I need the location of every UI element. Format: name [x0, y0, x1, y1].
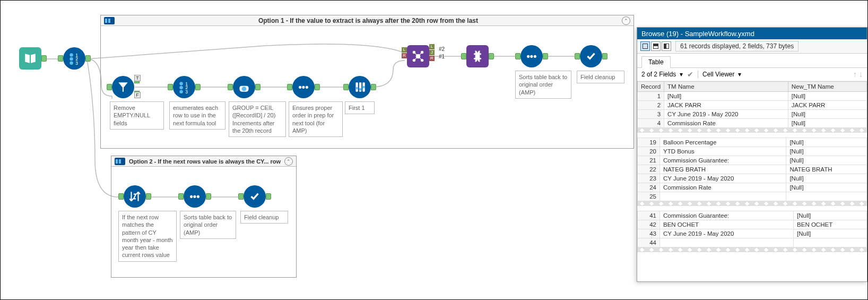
col-new-tm-name[interactable]: New_TM Name — [788, 82, 866, 92]
sort-tool-2[interactable]: ••• — [520, 45, 543, 67]
cell-viewer-dropdown[interactable]: Cell Viewer ▾ — [698, 71, 741, 78]
output-anchor[interactable] — [85, 55, 91, 62]
table-row[interactable]: 21Commission Guarantee:[Null] — [638, 156, 867, 165]
col-tm-name[interactable]: TM Name — [664, 82, 788, 92]
output-anchor[interactable] — [255, 84, 261, 90]
input-anchor[interactable] — [515, 53, 520, 59]
select-tool-2[interactable] — [244, 185, 266, 208]
table-row[interactable]: 1[Null][Null] — [638, 92, 867, 101]
cell-new-tm-name[interactable]: [Null] — [786, 156, 867, 165]
join-tool[interactable]: L R L J R — [407, 45, 429, 67]
cell-tm-name[interactable] — [660, 238, 794, 247]
input-anchor[interactable] — [58, 55, 63, 62]
join-right-anchor[interactable]: R — [402, 53, 407, 58]
table-row[interactable]: 41Commission Guarantee:[Null] — [638, 211, 867, 220]
output-anchor[interactable] — [543, 53, 548, 59]
multirow-formula-tool[interactable] — [124, 185, 146, 208]
fields-dropdown[interactable]: 2 of 2 Fields ▾ — [641, 71, 683, 78]
col-record[interactable]: Record — [638, 82, 664, 92]
formula-tool[interactable] — [233, 76, 255, 98]
table-row[interactable]: 20YTD Bonus[Null] — [638, 147, 867, 156]
input-anchor[interactable] — [461, 53, 466, 59]
nav-up-icon[interactable]: ↑ — [853, 70, 857, 79]
browse-results-panel[interactable]: Browse (19) - SampleWorkflow.yxmd 61 rec… — [637, 27, 867, 282]
cell-new-tm-name[interactable] — [786, 192, 867, 201]
select-tool-1[interactable] — [580, 45, 602, 67]
record-id-tool-2[interactable]: 123 — [173, 76, 195, 98]
results-table[interactable]: Record TM Name New_TM Name 1[Null][Null]… — [637, 81, 867, 128]
output-anchor[interactable] — [315, 84, 320, 90]
input-anchor[interactable] — [107, 84, 112, 90]
input-anchor[interactable] — [118, 193, 124, 200]
table-row[interactable]: 24Commission Rate[Null] — [638, 183, 867, 192]
table-row[interactable]: 43CY June 2019 - May 2020[Null] — [638, 229, 867, 238]
workflow-canvas[interactable]: 123 Option 1 - If the value to extract i… — [1, 1, 635, 299]
table-row[interactable]: 25 — [638, 192, 867, 201]
view-single-icon[interactable] — [640, 41, 650, 51]
cell-new-tm-name[interactable]: [Null] — [786, 138, 867, 147]
cell-new-tm-name[interactable]: [Null] — [786, 183, 867, 192]
cell-new-tm-name[interactable]: [Null] — [788, 110, 866, 119]
cell-new-tm-name[interactable]: [Null] — [794, 211, 867, 220]
input-anchor[interactable] — [238, 193, 244, 200]
check-icon[interactable]: ✔ — [687, 70, 693, 79]
cell-tm-name[interactable]: BEN OCHET — [660, 220, 794, 229]
input-anchor[interactable] — [168, 84, 173, 90]
input-anchor[interactable] — [287, 84, 292, 90]
cell-new-tm-name[interactable]: [Null] — [794, 229, 867, 238]
table-row[interactable]: 44 — [638, 238, 867, 247]
input-anchor[interactable] — [178, 193, 184, 200]
tab-table[interactable]: Table — [641, 56, 671, 68]
table-row[interactable]: 4Commission Rate[Null] — [638, 119, 867, 128]
table-row[interactable]: 42BEN OCHETBEN OCHET — [638, 220, 867, 229]
output-anchor[interactable] — [266, 193, 271, 200]
container-header[interactable]: Option 2 - If the next rows value is alw… — [111, 156, 296, 167]
input-anchor[interactable] — [575, 53, 580, 59]
cell-new-tm-name[interactable] — [794, 238, 867, 247]
cell-tm-name[interactable]: Commission Guarantee: — [660, 211, 794, 220]
cell-tm-name[interactable]: Balloon Percentage — [660, 138, 786, 147]
cell-tm-name[interactable]: CY June 2019 - May 2020 — [660, 174, 786, 183]
cell-new-tm-name[interactable]: NATEG BRATH — [786, 165, 867, 174]
cell-new-tm-name[interactable]: JACK PARR — [788, 101, 866, 110]
cell-tm-name[interactable]: JACK PARR — [664, 101, 788, 110]
sort-tool-1[interactable]: ••• — [292, 76, 315, 98]
cell-tm-name[interactable]: Commission Guarantee: — [660, 156, 786, 165]
table-row[interactable]: 23CY June 2019 - May 2020[Null] — [638, 174, 867, 183]
cell-tm-name[interactable]: NATEG BRATH — [660, 165, 786, 174]
input-anchor[interactable] — [343, 84, 349, 90]
cell-new-tm-name[interactable]: BEN OCHET — [794, 220, 867, 229]
cell-new-tm-name[interactable]: [Null] — [788, 92, 866, 101]
table-row[interactable]: 19Balloon Percentage[Null] — [638, 138, 867, 147]
output-anchor[interactable] — [489, 53, 494, 59]
find-replace-tool[interactable] — [466, 45, 489, 67]
cell-new-tm-name[interactable]: [Null] — [786, 147, 867, 156]
cell-tm-name[interactable]: [Null] — [664, 92, 788, 101]
output-anchor[interactable] — [371, 84, 376, 90]
input-anchor[interactable] — [228, 84, 233, 90]
cell-tm-name[interactable] — [660, 192, 786, 201]
join-left-anchor[interactable]: L — [402, 47, 407, 53]
join-l-out[interactable]: L — [429, 44, 435, 49]
filter-tool[interactable]: T F — [112, 76, 134, 98]
cell-tm-name[interactable]: Commission Rate — [660, 183, 786, 192]
output-anchor[interactable] — [195, 84, 201, 90]
nav-down-icon[interactable]: ↓ — [859, 70, 863, 79]
sample-tool[interactable] — [349, 76, 371, 98]
view-split-v-icon[interactable] — [662, 41, 671, 51]
table-row[interactable]: 22NATEG BRATHNATEG BRATH — [638, 165, 867, 174]
join-r-out[interactable]: R — [429, 56, 435, 61]
cell-new-tm-name[interactable]: [Null] — [788, 119, 866, 128]
record-id-tool[interactable]: 123 — [63, 47, 85, 70]
container-header[interactable]: Option 1 - If the value to extract is al… — [101, 15, 633, 26]
output-anchor[interactable] — [41, 55, 47, 62]
collapse-button[interactable]: ⌃ — [284, 157, 293, 166]
table-row[interactable]: 2JACK PARRJACK PARR — [638, 101, 867, 110]
sort-tool-3[interactable]: ••• — [184, 185, 206, 208]
cell-new-tm-name[interactable]: [Null] — [786, 174, 867, 183]
join-j-out[interactable]: J — [429, 50, 435, 55]
view-split-h-icon[interactable] — [651, 41, 661, 51]
cell-tm-name[interactable]: CY June 2019 - May 2020 — [664, 110, 788, 119]
output-anchor[interactable] — [602, 53, 607, 59]
results-table-3[interactable]: 41Commission Guarantee:[Null]42BEN OCHET… — [637, 211, 867, 247]
